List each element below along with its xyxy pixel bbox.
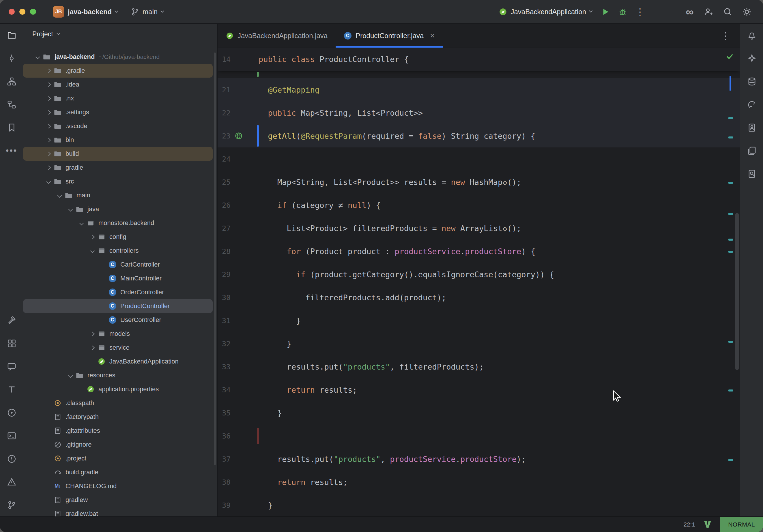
project-panel-header[interactable]: Project — [23, 24, 217, 45]
code-line-39[interactable]: 39 } — [218, 494, 740, 516]
commit-icon[interactable] — [0, 47, 23, 70]
line-number[interactable]: 35 — [218, 409, 231, 417]
tree-item-controllers[interactable]: controllers — [23, 244, 213, 258]
tree-item-gradlew[interactable]: gradlew — [23, 493, 213, 507]
line-number[interactable]: 26 — [218, 201, 231, 209]
code-line-35[interactable]: 35 } — [218, 401, 740, 424]
code-line-33[interactable]: 33 results.put("products", filteredProdu… — [218, 355, 740, 378]
profiler-icon[interactable] — [740, 116, 763, 139]
stripe-mark[interactable] — [728, 117, 733, 119]
code-editor[interactable]: 14public class ProductController { 21 @G… — [218, 48, 740, 516]
tree-item-.factorypath[interactable]: .factorypath — [23, 410, 213, 424]
tree-item-.gitignore[interactable]: .gitignore — [23, 438, 213, 452]
chevron-right-icon[interactable] — [45, 97, 53, 100]
tree-item-src[interactable]: src — [23, 174, 213, 188]
todo-icon[interactable] — [0, 378, 23, 401]
database-icon[interactable] — [740, 70, 763, 93]
tree-item-service[interactable]: service — [23, 341, 213, 355]
chevron-right-icon[interactable] — [88, 346, 96, 349]
line-number[interactable]: 34 — [218, 386, 231, 394]
line-number[interactable]: 33 — [218, 363, 231, 371]
line-number[interactable]: 29 — [218, 270, 231, 279]
tree-item-UserController[interactable]: CUserController — [23, 313, 213, 327]
tree-item-CartController[interactable]: CCartController — [23, 258, 213, 271]
chevron-down-icon[interactable] — [66, 374, 74, 377]
tree-item-.gitattributes[interactable]: .gitattributes — [23, 424, 213, 438]
run-icon[interactable] — [0, 401, 23, 424]
line-number[interactable]: 36 — [218, 432, 231, 440]
minimize-window-button[interactable] — [19, 9, 25, 15]
code-line-36[interactable]: 36 — [218, 424, 740, 448]
line-number[interactable]: 22 — [218, 109, 231, 117]
chevron-right-icon[interactable] — [45, 125, 53, 128]
line-number[interactable]: 37 — [218, 455, 231, 463]
line-number[interactable]: 32 — [218, 340, 231, 348]
vim-icon[interactable] — [703, 520, 712, 529]
code-line-34[interactable]: 34 return results; — [218, 378, 740, 401]
stripe-mark[interactable] — [728, 251, 733, 253]
documentation-icon[interactable] — [740, 139, 763, 162]
folded-region[interactable] — [218, 71, 740, 78]
code-line-32[interactable]: 32 } — [218, 332, 740, 355]
line-number[interactable]: 30 — [218, 293, 231, 302]
gutter[interactable] — [231, 132, 259, 140]
gradle-icon[interactable] — [740, 93, 763, 116]
tree-item-bin[interactable]: bin — [23, 133, 213, 147]
line-number[interactable]: 24 — [218, 155, 231, 163]
line-number[interactable]: 23 — [218, 132, 231, 140]
chevron-right-icon[interactable] — [45, 69, 53, 72]
code-line-14[interactable]: 14public class ProductController { — [218, 48, 740, 71]
code-line-29[interactable]: 29 if (product.getCategory().equalsIgnor… — [218, 263, 740, 286]
code-line-24[interactable]: 24 — [218, 148, 740, 170]
tree-item-resources[interactable]: resources — [23, 369, 213, 382]
code-line-28[interactable]: 28 for (Product product : productService… — [218, 240, 740, 263]
tree-item-ProductController[interactable]: CProductController — [23, 299, 213, 313]
chevron-right-icon[interactable] — [88, 332, 96, 336]
chevron-right-icon[interactable] — [45, 83, 53, 86]
chevron-right-icon[interactable] — [45, 166, 53, 169]
ai-assistant-icon[interactable]: ∞ — [682, 4, 697, 19]
line-number[interactable]: 14 — [218, 55, 231, 63]
tree-item-CHANGELOG.md[interactable]: M↓CHANGELOG.md — [23, 479, 213, 493]
close-icon[interactable]: × — [430, 31, 435, 41]
tree-item-.project[interactable]: .project — [23, 452, 213, 465]
project-icon[interactable] — [0, 24, 23, 47]
structure-icon[interactable] — [0, 93, 23, 116]
code-line-30[interactable]: 30 filteredProducts.add(product); — [218, 286, 740, 309]
line-number[interactable]: 39 — [218, 501, 231, 509]
tab-options-icon[interactable]: ⋮ — [721, 30, 740, 41]
tree-item-.idea[interactable]: .idea — [23, 78, 213, 91]
inspections-ok-icon[interactable] — [725, 52, 734, 60]
tree-item-config[interactable]: config — [23, 230, 213, 244]
tree-item-.gradle[interactable]: .gradle — [23, 64, 213, 78]
branch-widget[interactable]: main — [128, 5, 167, 18]
code-line-22[interactable]: 22 public Map<String, List<Product>> — [218, 101, 740, 124]
search-icon[interactable] — [720, 4, 735, 19]
stripe-mark[interactable] — [728, 389, 733, 391]
stripe-mark[interactable] — [728, 137, 733, 139]
chevron-down-icon[interactable] — [34, 55, 42, 58]
tree-item-JavaBackendApplication[interactable]: JavaBackendApplication — [23, 355, 213, 369]
line-number[interactable]: 25 — [218, 178, 231, 186]
terminal-icon[interactable] — [0, 424, 23, 447]
ai-assistant-icon[interactable] — [740, 47, 763, 70]
code-line-37[interactable]: 37 results.put("products", productServic… — [218, 448, 740, 471]
tree-item-.classpath[interactable]: .classpath — [23, 396, 213, 410]
zoom-window-button[interactable] — [30, 9, 36, 15]
stripe-mark[interactable] — [728, 213, 733, 215]
tree-item-gradle[interactable]: gradle — [23, 161, 213, 174]
vcs-icon[interactable] — [0, 70, 23, 93]
tab-productcontroller[interactable]: C ProductController.java × — [336, 24, 443, 48]
editor-scrollbar[interactable] — [735, 213, 739, 370]
tree-item-MainController[interactable]: CMainController — [23, 271, 213, 285]
chevron-down-icon[interactable] — [45, 180, 53, 183]
tree-item-.settings[interactable]: .settings — [23, 105, 213, 119]
project-widget[interactable]: JB java-backend — [49, 4, 121, 20]
tree-item-application.properties[interactable]: application.properties — [23, 382, 213, 396]
endpoint-globe-icon[interactable] — [235, 132, 243, 140]
settings-gear-icon[interactable] — [739, 4, 754, 19]
tree-item-monostore.backend[interactable]: monostore.backend — [23, 216, 213, 230]
stripe-mark[interactable] — [728, 182, 733, 184]
notifications-icon[interactable] — [740, 24, 763, 47]
tree-item-java[interactable]: java — [23, 202, 213, 216]
